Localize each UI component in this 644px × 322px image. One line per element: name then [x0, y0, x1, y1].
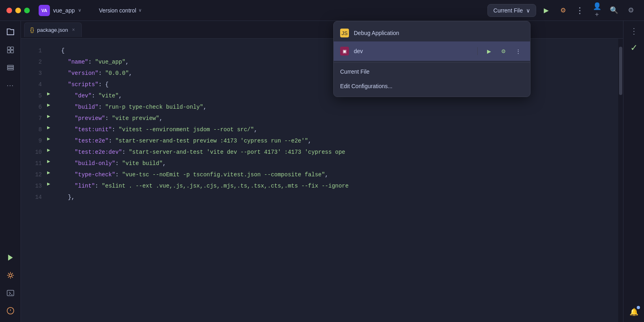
- notification-button[interactable]: 🔔: [627, 305, 641, 319]
- run-script-btn-9[interactable]: ▶: [45, 135, 52, 142]
- project-chevron-icon: ∨: [78, 8, 81, 13]
- svg-rect-2: [7, 50, 10, 53]
- search-button[interactable]: 🔍: [607, 4, 621, 17]
- debug-button[interactable]: ⚙: [556, 4, 570, 17]
- code-line-10: "test:e2e:dev": "start-server-and-test '…: [55, 147, 618, 158]
- action-separator: [477, 47, 478, 55]
- settings-button[interactable]: ⚙: [624, 4, 638, 17]
- editor-tab-package-json[interactable]: {} package.json ×: [24, 23, 82, 37]
- titlebar-right: Current File ∨ ▶ ⚙ ⋮ 👤+ 🔍 ⚙: [487, 4, 638, 17]
- run-button[interactable]: ▶: [539, 4, 553, 17]
- dev-debug-button[interactable]: ⚙: [498, 45, 509, 57]
- svg-rect-3: [10, 50, 13, 53]
- run-script-btn-5[interactable]: ▶: [45, 90, 52, 97]
- titlebar: VA vue_app ∨ Version control ∨ Current F…: [0, 0, 644, 21]
- sidebar-item-plugins[interactable]: [2, 42, 19, 58]
- panel-more-icon: ⋮: [630, 26, 638, 36]
- project-selector[interactable]: VA vue_app ∨: [35, 2, 85, 19]
- line-numbers: 1 2 3 4 5 6 7 8 9 10 11 12 13 14: [21, 39, 45, 322]
- svg-rect-6: [7, 69, 13, 70]
- sidebar-item-run[interactable]: [2, 250, 19, 266]
- tab-close-button[interactable]: ×: [71, 26, 76, 33]
- project-avatar: VA: [39, 5, 50, 16]
- run-gutter: ▶ ▶ ▶ ▶ ▶ ▶ ▶ ▶ ▶: [45, 39, 55, 322]
- current-file-button[interactable]: Current File ∨: [487, 4, 536, 17]
- code-line-14: },: [55, 192, 618, 203]
- scrollbar-thumb[interactable]: [619, 47, 622, 95]
- code-line-11: "build-only": "vite build",: [55, 158, 618, 169]
- editor-area: {} package.json × 1 2 3 4 5 6 7 8 9 10 1…: [21, 21, 623, 322]
- svg-point-8: [9, 274, 12, 277]
- tab-label: package.json: [37, 27, 68, 33]
- version-control-label: Version control: [99, 7, 136, 14]
- sidebar-item-database[interactable]: [2, 60, 19, 76]
- sidebar-item-problems[interactable]: [2, 303, 19, 319]
- run-script-btn-13[interactable]: ▶: [45, 180, 52, 188]
- debug-application-label: Debug Application: [354, 30, 524, 36]
- svg-rect-1: [10, 47, 13, 50]
- right-panel: ⋮ ✓ 🔔: [623, 21, 644, 322]
- panel-more-button[interactable]: ⋮: [627, 24, 641, 38]
- code-line-13: "lint": "eslint . --ext .vue,.js,.jsx,.c…: [55, 180, 618, 192]
- svg-point-13: [10, 312, 10, 312]
- menu-divider: [334, 62, 530, 63]
- svg-marker-7: [8, 255, 13, 261]
- edit-configurations-label: Edit Configurations...: [340, 83, 524, 89]
- maximize-traffic-light[interactable]: [24, 8, 30, 13]
- code-editor: 1 2 3 4 5 6 7 8 9 10 11 12 13 14: [21, 39, 623, 322]
- code-line-7: "preview": "vite preview",: [55, 113, 618, 124]
- check-icon: ✓: [630, 43, 638, 53]
- vue-config-icon: ▣: [340, 47, 349, 56]
- notification-dot: [637, 306, 640, 309]
- code-line-6: "build": "run-p type-check build-only",: [55, 101, 618, 113]
- run-script-btn-11[interactable]: ▶: [45, 158, 52, 165]
- sidebar-item-terminal[interactable]: [2, 285, 19, 301]
- run-script-btn-7[interactable]: ▶: [45, 113, 52, 120]
- current-file-menu-label: Current File: [340, 68, 524, 75]
- dev-label: dev: [354, 48, 472, 54]
- project-name: vue_app: [53, 7, 75, 14]
- dev-actions: ▶ ⚙ ⋮: [483, 45, 524, 57]
- sidebar-item-debug[interactable]: [2, 267, 19, 283]
- notification-wrapper: 🔔: [627, 305, 641, 319]
- code-line-9: "test:e2e": "start-server-and-test previ…: [55, 135, 618, 147]
- svg-rect-0: [7, 47, 10, 50]
- tab-file-icon: {}: [30, 27, 34, 33]
- run-script-btn-10[interactable]: ▶: [45, 147, 52, 154]
- close-traffic-light[interactable]: [6, 8, 12, 13]
- run-script-btn-6[interactable]: ▶: [45, 101, 52, 109]
- main-layout: ···: [0, 21, 644, 322]
- svg-rect-5: [7, 67, 13, 68]
- add-user-button[interactable]: 👤+: [590, 4, 604, 17]
- tab-bar: {} package.json ×: [21, 21, 623, 39]
- dev-run-button[interactable]: ▶: [483, 45, 495, 57]
- minimize-traffic-light[interactable]: [15, 8, 21, 13]
- traffic-lights: [6, 8, 30, 13]
- run-script-btn-8[interactable]: ▶: [45, 124, 52, 131]
- code-line-12: "type-check": "vue-tsc --noEmit -p tscon…: [55, 169, 618, 180]
- menu-item-edit-configurations[interactable]: Edit Configurations...: [334, 79, 530, 93]
- menu-item-debug-application[interactable]: JS Debug Application: [334, 25, 530, 41]
- current-file-label: Current File: [493, 7, 523, 14]
- menu-item-current-file[interactable]: Current File: [334, 64, 530, 79]
- js-file-icon: JS: [340, 29, 349, 37]
- dev-more-button[interactable]: ⋮: [512, 45, 524, 57]
- svg-rect-4: [7, 65, 13, 66]
- version-control-button[interactable]: Version control ∨: [95, 5, 146, 16]
- left-sidebar: ···: [0, 21, 21, 322]
- menu-item-dev[interactable]: ▣ dev ▶ ⚙ ⋮: [334, 41, 530, 61]
- run-script-btn-12[interactable]: ▶: [45, 169, 52, 176]
- more-dots-icon: ⋮: [576, 6, 584, 15]
- version-control-chevron-icon: ∨: [138, 8, 142, 13]
- scrollbar[interactable]: [618, 39, 623, 322]
- sidebar-item-more[interactable]: ···: [2, 77, 19, 93]
- run-config-dropdown: JS Debug Application ▣ dev ▶ ⚙ ⋮ Current…: [333, 21, 530, 97]
- more-actions-button[interactable]: ⋮: [573, 4, 587, 17]
- code-line-8: "test:unit": "vitest --environment jsdom…: [55, 124, 618, 135]
- sidebar-item-files[interactable]: [2, 24, 19, 40]
- current-file-chevron-icon: ∨: [526, 7, 530, 14]
